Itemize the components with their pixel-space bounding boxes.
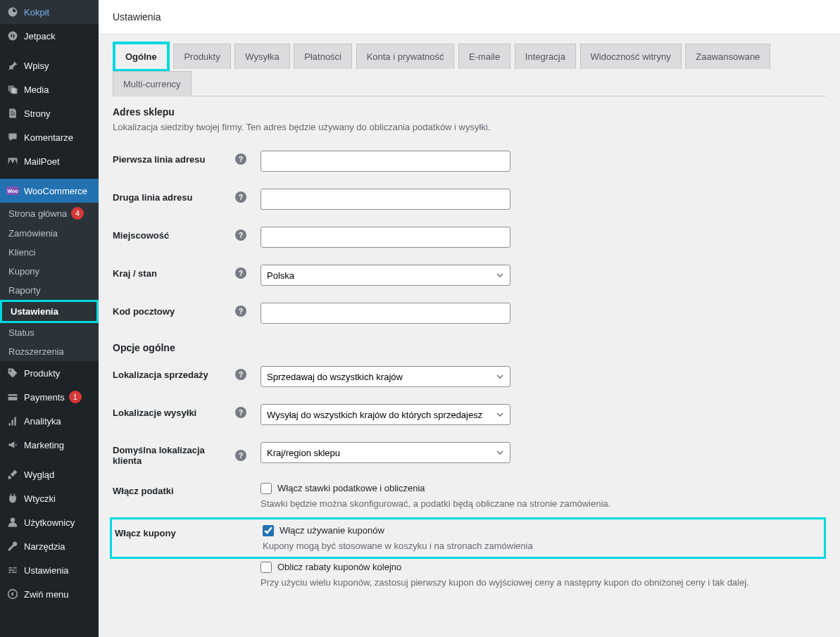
tab-accounts[interactable]: Konta i prywatność: [356, 44, 455, 69]
sidebar-label: Użytkownicy: [24, 517, 75, 528]
comment-icon: [6, 130, 20, 144]
submenu-item-home[interactable]: Strona główna 4: [0, 203, 99, 224]
submenu-label: Klienci: [8, 247, 35, 258]
megaphone-icon: [6, 438, 20, 452]
sidebar-item-products[interactable]: Produkty: [0, 361, 99, 385]
help-icon[interactable]: ?: [235, 153, 246, 165]
help-icon[interactable]: ?: [235, 267, 246, 279]
sidebar-item-plugins[interactable]: Wtyczki: [0, 486, 99, 510]
submenu-item-status[interactable]: Status: [0, 323, 99, 342]
sidebar-label: Kokpit: [24, 7, 49, 18]
sidebar-item-users[interactable]: Użytkownicy: [0, 510, 99, 534]
checkbox-label-coupons1: Włącz używanie kuponów: [280, 525, 384, 536]
collapse-icon: [6, 587, 20, 601]
svg-rect-3: [8, 396, 18, 397]
select-selling-location[interactable]: Sprzedawaj do wszystkich krajów: [261, 366, 510, 387]
svg-rect-2: [8, 394, 18, 401]
sidebar-label: Produkty: [24, 368, 60, 379]
submenu-label: Ustawienia: [11, 306, 58, 317]
section-heading-address: Adres sklepu: [113, 106, 826, 118]
help-icon[interactable]: ?: [235, 450, 246, 461]
admin-sidebar: Kokpit Jetpack Wpisy Media Strony Koment…: [0, 0, 99, 637]
help-icon[interactable]: ?: [235, 407, 246, 418]
row-coupons-sequential: Oblicz rabaty kuponów kolejno Przy użyci…: [113, 559, 826, 596]
analytics-icon: [6, 414, 20, 428]
label-coupons: Włącz kupony: [115, 528, 176, 538]
tab-advanced[interactable]: Zaawansowane: [685, 44, 770, 69]
media-icon: [6, 82, 20, 96]
checkbox-enable-taxes[interactable]: [261, 483, 272, 494]
sidebar-item-comments[interactable]: Komentarze: [0, 125, 99, 149]
input-address-line2[interactable]: [261, 189, 510, 210]
select-default-customer[interactable]: Kraj/region sklepu: [261, 442, 510, 463]
sidebar-item-appearance[interactable]: Wygląd: [0, 462, 99, 486]
row-default-customer: Domyślna lokalizacja klienta ? Kraj/regi…: [113, 434, 826, 474]
submenu-item-settings[interactable]: Ustawienia: [0, 300, 99, 323]
page-title: Ustawienia: [113, 11, 161, 23]
submenu-item-coupons[interactable]: Kupony: [0, 262, 99, 281]
sidebar-label: WooCommerce: [24, 186, 87, 196]
submenu-item-extensions[interactable]: Rozszerzenia: [0, 342, 99, 361]
sidebar-item-posts[interactable]: Wpisy: [0, 53, 99, 77]
row-address-line1: Pierwsza linia adresu ?: [113, 142, 826, 180]
submenu-label: Zamówienia: [8, 228, 58, 239]
tab-products[interactable]: Produkty: [173, 44, 230, 69]
select-country[interactable]: Polska: [261, 265, 510, 286]
pin-icon: [6, 58, 20, 72]
input-postcode[interactable]: [261, 303, 510, 324]
sidebar-item-analytics[interactable]: Analityka: [0, 409, 99, 433]
hint-coupons1: Kupony mogą być stosowane w koszyku i na…: [263, 541, 558, 551]
sidebar-item-woocommerce[interactable]: Woo WooCommerce: [0, 179, 99, 203]
tab-shipping[interactable]: Wysyłka: [234, 44, 289, 69]
sidebar-item-media[interactable]: Media: [0, 77, 99, 101]
help-icon[interactable]: ?: [235, 229, 246, 241]
tab-site-visibility[interactable]: Widoczność witryny: [580, 44, 682, 69]
row-postcode: Kod pocztowy ?: [113, 294, 826, 332]
pages-icon: [6, 106, 20, 120]
sidebar-item-dashboard[interactable]: Kokpit: [0, 0, 99, 24]
sidebar-item-payments[interactable]: Payments 1: [0, 385, 99, 409]
svg-point-4: [11, 518, 15, 522]
section-desc-address: Lokalizacja siedziby twojej firmy. Ten a…: [113, 122, 826, 132]
input-address-line1[interactable]: [261, 151, 510, 172]
label-default-customer: Domyślna lokalizacja klienta: [113, 445, 235, 466]
sidebar-label: Jetpack: [24, 31, 56, 42]
sidebar-label: Narzędzia: [24, 541, 65, 552]
sidebar-item-tools[interactable]: Narzędzia: [0, 534, 99, 558]
sidebar-item-mailpoet[interactable]: MailPoet: [0, 149, 99, 173]
sidebar-label: Strony: [24, 108, 51, 119]
brush-icon: [6, 467, 20, 481]
row-address-line2: Druga linia adresu ?: [113, 180, 826, 218]
tab-emails[interactable]: E-maile: [458, 44, 510, 69]
row-city: Miejscowość ?: [113, 218, 826, 256]
wrench-icon: [6, 539, 20, 553]
checkbox-label-coupons2: Oblicz rabaty kuponów kolejno: [277, 562, 401, 572]
sidebar-label: Komentarze: [24, 132, 73, 143]
sidebar-item-collapse[interactable]: Zwiń menu: [0, 582, 99, 606]
select-shipping-location[interactable]: Wysyłaj do wszystkich krajów do których …: [261, 404, 510, 425]
count-badge: 1: [69, 391, 82, 403]
hint-taxes: Stawki będzie można skonfigurować, a pod…: [261, 498, 826, 509]
help-icon[interactable]: ?: [235, 369, 246, 380]
submenu-label: Raporty: [8, 285, 41, 296]
sidebar-item-pages[interactable]: Strony: [0, 101, 99, 125]
tab-payments[interactable]: Płatności: [294, 44, 352, 69]
submenu-item-orders[interactable]: Zamówienia: [0, 224, 99, 243]
payments-icon: [6, 390, 20, 404]
checkbox-sequential-coupons[interactable]: [261, 562, 272, 573]
help-icon[interactable]: ?: [235, 305, 246, 317]
row-taxes: Włącz podatki Włącz stawki podatkowe i o…: [113, 474, 826, 517]
sidebar-item-marketing[interactable]: Marketing: [0, 433, 99, 457]
tab-integration[interactable]: Integracja: [515, 44, 576, 69]
submenu-item-reports[interactable]: Raporty: [0, 281, 99, 300]
submenu-item-customers[interactable]: Klienci: [0, 243, 99, 262]
tab-general[interactable]: Ogólne: [113, 42, 170, 72]
sidebar-item-jetpack[interactable]: Jetpack: [0, 24, 99, 48]
tab-multi-currency[interactable]: Multi-currency: [113, 71, 192, 96]
help-icon[interactable]: ?: [235, 191, 246, 203]
input-city[interactable]: [261, 227, 510, 248]
checkbox-enable-coupons[interactable]: [263, 525, 274, 536]
sidebar-item-settings[interactable]: Ustawienia: [0, 558, 99, 582]
label-country: Kraj / stan: [113, 268, 157, 279]
plugin-icon: [6, 491, 20, 505]
